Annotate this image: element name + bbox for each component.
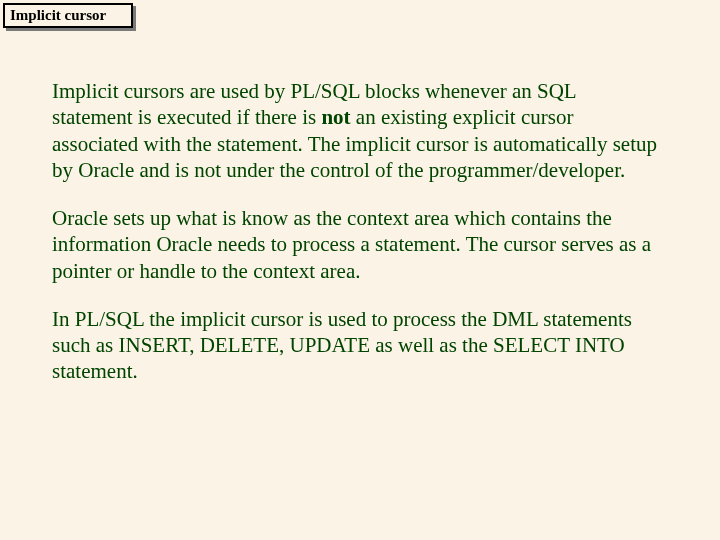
p1-text-bold: not (321, 105, 350, 129)
slide-content: Implicit cursors are used by PL/SQL bloc… (52, 78, 660, 407)
paragraph-3: In PL/SQL the implicit cursor is used to… (52, 306, 660, 385)
title-box: Implicit cursor (3, 3, 133, 28)
slide-title: Implicit cursor (10, 7, 106, 24)
paragraph-1: Implicit cursors are used by PL/SQL bloc… (52, 78, 660, 183)
paragraph-2: Oracle sets up what is know as the conte… (52, 205, 660, 284)
